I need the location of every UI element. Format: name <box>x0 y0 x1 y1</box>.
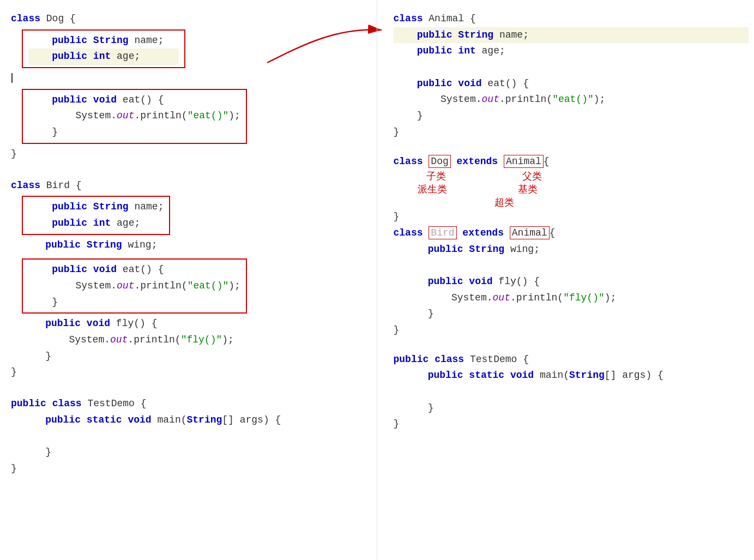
label-derived: 派生类 <box>418 183 447 196</box>
bird-eat-close: } <box>28 294 240 311</box>
dog-extends-close: } <box>394 209 749 225</box>
bird-extends-fly: public void fly() { <box>394 274 749 290</box>
bird-wing-field: public String wing; <box>11 237 371 254</box>
dog-header: class Dog { <box>11 11 371 27</box>
bird-fly-close: } <box>11 348 371 365</box>
test-inner-close-right: } <box>394 400 749 417</box>
labels-row3: 超类 <box>405 196 749 209</box>
bird-class-left: class Bird { public String name; public … <box>11 178 371 381</box>
bird-extends-fly-body: System.out.println("fly()"); <box>394 290 749 306</box>
dog-box: Dog <box>429 155 450 168</box>
test-blank-right <box>394 384 749 400</box>
dog-close: } <box>11 146 371 162</box>
test-blank-left <box>11 428 371 444</box>
dog-extends-right: class Dog extends Animal{ 子类 父类 派生类 基类 超… <box>394 154 749 339</box>
animal-eat-body: System.out.println("eat()"); <box>394 92 749 108</box>
left-panel: class Dog { public String name; public i… <box>0 0 377 560</box>
labels-row2: 派生类 基类 <box>405 183 749 196</box>
test-class-right: public class TestDemo { public static vo… <box>394 352 749 432</box>
bird-eat-method: public void eat() { <box>28 262 240 278</box>
bird-blank <box>394 257 749 274</box>
label-parent: 父类 <box>522 170 542 183</box>
test-main-left: public static void main(String[] args) { <box>11 412 371 429</box>
animal-box2: Animal <box>510 226 550 239</box>
bird-extends-line: class Bird extends Animal{ <box>394 225 749 242</box>
bird-extends-fly-close: } <box>394 306 749 322</box>
bird-header: class Bird { <box>11 178 371 194</box>
bird-box: Bird <box>429 226 456 239</box>
text-cursor <box>11 73 13 83</box>
bird-extends-close: } <box>394 322 749 339</box>
bird-close: } <box>11 364 371 381</box>
dog-extends-line: class Dog extends Animal{ <box>394 154 749 170</box>
bird-extends-wing: public String wing; <box>394 242 749 258</box>
animal-close: } <box>394 124 749 141</box>
test-close-left: } <box>11 461 371 477</box>
labels-row1: 子类 父类 <box>405 170 749 183</box>
bird-eat-box: public void eat() { System.out.println("… <box>22 258 247 314</box>
bird-name-field: public String name; <box>28 199 164 215</box>
dog-name-field: public String name; <box>28 33 179 49</box>
bird-fly-method: public void fly() { <box>11 316 371 332</box>
animal-eat-close: } <box>394 108 749 124</box>
bird-fly-body: System.out.println("fly()"); <box>11 332 371 348</box>
bird-fields-box: public String name; public int age; <box>22 196 170 234</box>
page: class Dog { public String name; public i… <box>0 0 754 560</box>
animal-age-field: public int age; <box>394 43 749 59</box>
dog-eat-close: } <box>28 124 240 141</box>
dog-age-field: public int age; <box>28 49 179 65</box>
dog-class-left: class Dog { public String name; public i… <box>11 11 371 162</box>
test-class-left: public class TestDemo { public static vo… <box>11 396 371 477</box>
cursor-line <box>11 70 371 87</box>
animal-blank <box>394 59 749 76</box>
dog-eat-method: public void eat() { <box>28 92 240 109</box>
animal-box: Animal <box>504 155 544 168</box>
dog-eat-body: System.out.println("eat()"); <box>28 108 240 124</box>
label-subclass: 子类 <box>426 170 446 183</box>
test-inner-close-left: } <box>11 444 371 461</box>
animal-eat-method: public void eat() { <box>394 76 749 92</box>
animal-name-field: public String name; <box>394 27 749 44</box>
test-main-right: public static void main(String[] args) { <box>394 368 749 384</box>
animal-header: class Animal { <box>394 11 749 27</box>
class-keyword: class <box>11 13 40 24</box>
animal-class-right: class Animal { public String name; publi… <box>394 11 749 141</box>
test-header-right: public class TestDemo { <box>394 352 749 368</box>
bird-age-field: public int age; <box>28 215 164 232</box>
label-super: 超类 <box>494 197 514 208</box>
test-header-left: public class TestDemo { <box>11 396 371 412</box>
dog-fields-box: public String name; public int age; <box>22 29 185 68</box>
right-panel: class Animal { public String name; publi… <box>377 0 755 560</box>
test-close-right: } <box>394 416 749 432</box>
dog-eat-box: public void eat() { System.out.println("… <box>22 89 247 144</box>
label-base: 基类 <box>518 183 538 196</box>
bird-eat-body: System.out.println("eat()"); <box>28 278 240 294</box>
